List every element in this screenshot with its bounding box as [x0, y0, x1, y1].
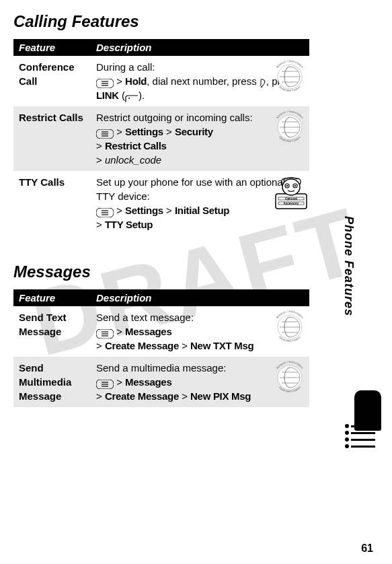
text: Set up your phone for use with an option… — [96, 176, 285, 202]
table-row: Conference Call During a call: > Hold, d… — [13, 56, 309, 106]
send-key-icon — [260, 77, 266, 87]
desc-conference-call: During a call: > Hold, dial next number,… — [91, 56, 309, 106]
table-row: Send Multimedia Message Send a multimedi… — [13, 357, 309, 407]
menu-create-message: Create Message — [105, 390, 179, 402]
menu-key-icon — [96, 128, 114, 137]
menu-messages: Messages — [125, 376, 171, 388]
header-feature: Feature — [13, 289, 91, 306]
menu-hold: Hold — [125, 75, 147, 87]
svg-text:Accessory: Accessory — [284, 202, 299, 205]
menu-key-icon — [96, 77, 114, 87]
menu-new-txt: New TXT Msg — [190, 340, 253, 351]
menu-initial-setup: Initial Setup — [175, 205, 229, 216]
desc-restrict-calls: Restrict outgoing or incoming calls: > S… — [91, 106, 309, 171]
menu-link: LINK — [96, 90, 119, 101]
network-subscription-icon: Network / Subscription Dependent Feature — [273, 361, 307, 394]
side-section-label: Phone Features — [342, 216, 356, 316]
main-content: Calling Features Feature Description Con… — [0, 0, 323, 421]
page-number: 61 — [361, 542, 373, 555]
menu-create-message: Create Message — [105, 340, 179, 351]
text-unlock-code: unlock_code — [105, 154, 161, 166]
svg-point-24 — [282, 179, 300, 195]
menu-restrict-calls: Restrict Calls — [105, 140, 167, 151]
side-page-graphic — [348, 390, 381, 451]
left-softkey-icon — [125, 92, 139, 100]
desc-tty-calls: Set up your phone for use with an option… — [91, 171, 309, 236]
feature-send-text: Send Text Message — [13, 306, 91, 357]
network-subscription-icon: Network / Subscription Dependent Feature — [273, 60, 307, 94]
svg-text:Optional: Optional — [285, 197, 297, 201]
menu-tty-setup: TTY Setup — [105, 219, 153, 230]
table-row: Send Text Message Send a text message: >… — [13, 306, 309, 357]
menu-security: Security — [175, 126, 213, 137]
text: Send a multimedia message: — [96, 362, 226, 374]
network-subscription-icon: Network / Subscription Dependent Feature — [273, 310, 307, 344]
menu-new-pix: New PIX Msg — [190, 390, 251, 402]
calling-features-heading: Calling Features — [13, 12, 309, 31]
desc-send-text: Send a text message: > Messages > Create… — [91, 306, 309, 357]
svg-point-4 — [128, 98, 130, 99]
table-row: TTY Calls Set up your phone for use with… — [13, 171, 309, 236]
header-description: Description — [91, 39, 309, 56]
text: During a call: — [96, 61, 155, 73]
text: , dial next number, press — [147, 75, 260, 87]
svg-point-28 — [295, 185, 296, 186]
messages-heading: Messages — [13, 262, 309, 281]
menu-key-icon — [96, 207, 114, 216]
feature-conference-call: Conference Call — [13, 56, 91, 106]
text: ( — [119, 90, 125, 101]
text: Restrict outgoing or incoming calls: — [96, 112, 253, 123]
messages-table: Feature Description Send Text Message Se… — [13, 289, 309, 407]
calling-features-table: Feature Description Conference Call Duri… — [13, 39, 309, 236]
feature-tty-calls: TTY Calls — [13, 171, 91, 236]
menu-key-icon — [96, 328, 114, 337]
feature-send-mms: Send Multimedia Message — [13, 357, 91, 407]
menu-settings: Settings — [125, 126, 163, 137]
optional-accessory-icon: Optional Accessory — [273, 175, 307, 209]
text: Send a text message: — [96, 312, 194, 323]
menu-messages: Messages — [125, 326, 171, 337]
feature-restrict-calls: Restrict Calls — [13, 106, 91, 171]
menu-key-icon — [96, 378, 114, 388]
header-feature: Feature — [13, 39, 91, 56]
header-description: Description — [91, 289, 309, 306]
menu-settings: Settings — [125, 205, 163, 216]
svg-point-26 — [286, 185, 288, 186]
desc-send-mms: Send a multimedia message: > Messages > … — [91, 357, 309, 407]
table-row: Restrict Calls Restrict outgoing or inco… — [13, 106, 309, 171]
network-subscription-icon: Network / Subscription Dependent Feature — [273, 110, 307, 144]
